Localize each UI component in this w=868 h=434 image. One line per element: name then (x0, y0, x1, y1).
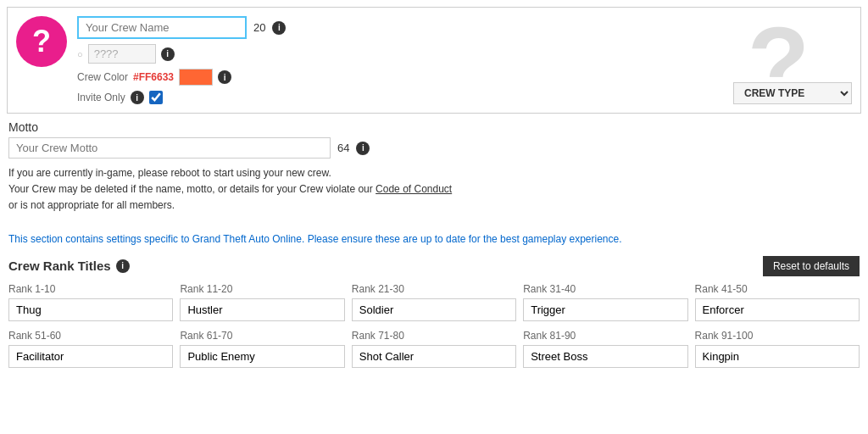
rank-input-5[interactable] (695, 298, 860, 321)
rank-input-4[interactable] (523, 298, 687, 321)
rank-label-4: Rank 31-40 (523, 283, 687, 295)
rank-titles-info-icon[interactable]: i (116, 259, 130, 273)
tag-info-icon[interactable]: i (161, 47, 175, 61)
notice-line3: or is not appropriate for all members. (8, 199, 175, 211)
rank-titles-section: Crew Rank Titles i Reset to defaults Ran… (0, 256, 868, 385)
crew-name-row: 20 i (77, 16, 852, 39)
rank-inputs-row-2 (8, 345, 860, 368)
rank-input-8[interactable] (352, 345, 516, 368)
rank-titles-header: Crew Rank Titles i Reset to defaults (8, 256, 860, 276)
rank-label-6: Rank 51-60 (8, 330, 173, 342)
reset-defaults-button[interactable]: Reset to defaults (763, 256, 860, 276)
invite-checkbox[interactable] (149, 91, 163, 104)
crew-name-input[interactable] (77, 16, 247, 39)
rank-label-10: Rank 91-100 (695, 330, 860, 342)
notice-text: If you are currently in-game, please reb… (8, 165, 860, 214)
rank-input-1[interactable] (8, 298, 173, 321)
rank-input-10[interactable] (695, 345, 860, 368)
rank-label-1: Rank 1-10 (8, 283, 173, 295)
top-section: ? ? 20 i ○ i Crew Color #FF6633 i (7, 7, 861, 114)
color-info-icon[interactable]: i (218, 70, 231, 84)
rank-labels-row-1: Rank 1-10 Rank 11-20 Rank 21-30 Rank 31-… (8, 283, 860, 295)
motto-label: Motto (8, 120, 860, 134)
rank-row-2: Rank 51-60 Rank 61-70 Rank 71-80 Rank 81… (8, 330, 860, 368)
rank-input-6[interactable] (8, 345, 173, 368)
motto-info-icon[interactable]: i (356, 142, 370, 155)
invite-info-icon[interactable]: i (131, 91, 144, 104)
rank-inputs-row-1 (8, 298, 860, 321)
rank-input-9[interactable] (523, 345, 687, 368)
rank-input-2[interactable] (180, 298, 344, 321)
rank-label-5: Rank 41-50 (695, 283, 860, 295)
motto-char-count: 64 (337, 142, 349, 154)
rank-label-3: Rank 21-30 (352, 283, 516, 295)
rank-labels-row-2: Rank 51-60 Rank 61-70 Rank 71-80 Rank 81… (8, 330, 860, 342)
name-char-count: 20 (253, 21, 265, 34)
rank-row-1: Rank 1-10 Rank 11-20 Rank 21-30 Rank 31-… (8, 283, 860, 321)
rank-label-9: Rank 81-90 (523, 330, 687, 342)
color-label: Crew Color (77, 71, 128, 83)
rank-titles-label: Crew Rank Titles i (8, 259, 130, 273)
notice-line2: Your Crew may be deleted if the name, mo… (8, 183, 373, 195)
crew-tag-input[interactable] (88, 44, 156, 64)
name-info-icon[interactable]: i (272, 21, 286, 35)
crew-type-select[interactable]: CREW TYPE Open Closed Invite Only (733, 82, 852, 104)
motto-row: 64 i (8, 137, 860, 159)
crew-type-section: CREW TYPE Open Closed Invite Only (733, 82, 852, 104)
rank-input-7[interactable] (180, 345, 344, 368)
rank-input-3[interactable] (352, 298, 516, 321)
invite-label: Invite Only (77, 92, 125, 103)
motto-input[interactable] (8, 137, 331, 159)
crew-avatar: ? (16, 16, 67, 67)
color-swatch[interactable] (179, 69, 213, 86)
rank-label-7: Rank 61-70 (180, 330, 344, 342)
color-hex-value: #FF6633 (133, 71, 174, 83)
page-container: ? ? 20 i ○ i Crew Color #FF6633 i (0, 0, 868, 434)
notice-line1: If you are currently in-game, please reb… (8, 167, 331, 179)
motto-section: Motto 64 i If you are currently in-game,… (0, 120, 868, 231)
rank-label-8: Rank 71-80 (352, 330, 516, 342)
gtao-notice: This section contains settings specific … (8, 231, 860, 248)
rank-label-2: Rank 11-20 (180, 283, 344, 295)
code-of-conduct-link[interactable]: Code of Conduct (376, 183, 452, 195)
crew-tag-row: ○ i (77, 44, 852, 64)
